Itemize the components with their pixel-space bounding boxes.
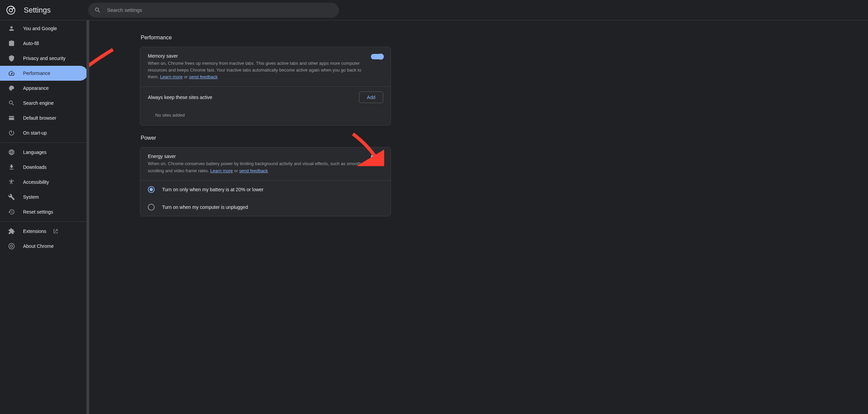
memory-saver-desc: When on, Chrome frees up memory from ina… bbox=[148, 60, 364, 80]
memory-saver-title: Memory saver bbox=[148, 53, 364, 59]
sidebar-item-default-browser[interactable]: Default browser bbox=[0, 111, 87, 125]
no-sites-text: No sites added bbox=[140, 108, 391, 125]
shield-icon bbox=[8, 55, 15, 62]
energy-saver-learn-more-link[interactable]: Learn more bbox=[210, 168, 233, 173]
radio-label: Turn on when my computer is unplugged bbox=[162, 204, 248, 210]
svg-point-2 bbox=[9, 243, 15, 249]
sidebar-item-performance[interactable]: Performance bbox=[0, 66, 87, 81]
accessibility-icon bbox=[8, 179, 15, 185]
sidebar-item-label: Accessibility bbox=[23, 179, 49, 185]
sidebar-item-label: Performance bbox=[23, 71, 50, 76]
sidebar-item-privacy[interactable]: Privacy and security bbox=[0, 51, 87, 66]
wrench-icon bbox=[8, 194, 15, 200]
person-icon bbox=[8, 25, 15, 32]
radio-icon bbox=[148, 186, 155, 193]
search-box[interactable] bbox=[88, 3, 339, 18]
sidebar-item-startup[interactable]: On start-up bbox=[0, 125, 87, 140]
add-site-button[interactable]: Add bbox=[359, 92, 383, 103]
radio-label: Turn on only when my battery is at 20% o… bbox=[162, 187, 263, 192]
sidebar-scrollbar[interactable] bbox=[86, 20, 89, 414]
energy-saver-desc: When on, Chrome conserves battery power … bbox=[148, 160, 364, 174]
sidebar-item-label: Languages bbox=[23, 150, 46, 155]
download-icon bbox=[8, 164, 15, 171]
puzzle-icon bbox=[8, 228, 15, 235]
sidebar-item-downloads[interactable]: Downloads bbox=[0, 160, 87, 175]
sidebar-item-label: Default browser bbox=[23, 115, 56, 121]
radio-icon bbox=[148, 204, 155, 211]
sidebar-item-label: System bbox=[23, 194, 39, 200]
search-icon bbox=[8, 100, 15, 106]
section-title-performance: Performance bbox=[141, 35, 391, 41]
search-input[interactable] bbox=[107, 7, 333, 13]
sidebar-item-label: Privacy and security bbox=[23, 56, 65, 61]
memory-saver-feedback-link[interactable]: send feedback bbox=[189, 74, 218, 79]
energy-saver-toggle[interactable] bbox=[371, 154, 383, 160]
power-icon bbox=[8, 130, 15, 136]
memory-saver-learn-more-link[interactable]: Learn more bbox=[160, 74, 182, 79]
window-icon bbox=[8, 115, 15, 121]
energy-saver-card: Energy saver When on, Chrome conserves b… bbox=[140, 147, 391, 216]
section-title-power: Power bbox=[141, 135, 391, 141]
sidebar-item-label: Reset settings bbox=[23, 209, 53, 215]
header: Settings bbox=[0, 0, 868, 20]
sidebar-item-system[interactable]: System bbox=[0, 190, 87, 204]
palette-icon bbox=[8, 85, 15, 92]
sidebar-item-label: About Chrome bbox=[23, 243, 54, 249]
sidebar-item-label: You and Google bbox=[23, 26, 57, 31]
content: Performance Memory saver When on, Chrome… bbox=[89, 20, 868, 414]
chrome-logo-icon bbox=[6, 5, 16, 15]
annotation-arrow-sidebar bbox=[89, 47, 116, 81]
memory-saver-toggle[interactable] bbox=[371, 54, 383, 59]
sidebar-item-reset[interactable]: Reset settings bbox=[0, 204, 87, 219]
sidebar-item-extensions[interactable]: Extensions bbox=[0, 224, 87, 239]
sidebar-item-label: Appearance bbox=[23, 85, 49, 91]
search-icon bbox=[94, 7, 101, 14]
sidebar-item-languages[interactable]: Languages bbox=[0, 145, 87, 160]
sidebar-item-accessibility[interactable]: Accessibility bbox=[0, 175, 87, 190]
memory-saver-card: Memory saver When on, Chrome frees up me… bbox=[140, 47, 391, 125]
sidebar-item-label: On start-up bbox=[23, 130, 47, 136]
chrome-icon bbox=[8, 243, 15, 250]
sidebar-item-label: Search engine bbox=[23, 100, 54, 106]
clipboard-icon bbox=[8, 40, 15, 47]
sidebar-item-appearance[interactable]: Appearance bbox=[0, 81, 87, 96]
energy-saver-feedback-link[interactable]: send feedback bbox=[239, 168, 268, 173]
external-link-icon bbox=[53, 229, 58, 234]
sidebar-item-label: Auto-fill bbox=[23, 41, 39, 46]
sidebar: You and GoogleAuto-fillPrivacy and secur… bbox=[0, 20, 89, 414]
sidebar-item-label: Downloads bbox=[23, 164, 46, 170]
sidebar-item-about[interactable]: About Chrome bbox=[0, 239, 87, 254]
page-title: Settings bbox=[24, 6, 51, 15]
sidebar-item-search-engine[interactable]: Search engine bbox=[0, 96, 87, 111]
sidebar-item-you-and-google[interactable]: You and Google bbox=[0, 21, 87, 36]
energy-saver-option-1[interactable]: Turn on when my computer is unplugged bbox=[140, 198, 391, 216]
sidebar-item-label: Extensions bbox=[23, 229, 46, 234]
energy-saver-title: Energy saver bbox=[148, 154, 364, 159]
sidebar-item-auto-fill[interactable]: Auto-fill bbox=[0, 36, 87, 51]
history-icon bbox=[8, 209, 15, 215]
speed-icon bbox=[8, 70, 15, 77]
globe-icon bbox=[8, 149, 15, 156]
always-active-label: Always keep these sites active bbox=[148, 95, 212, 100]
svg-point-3 bbox=[11, 245, 13, 248]
energy-saver-option-0[interactable]: Turn on only when my battery is at 20% o… bbox=[140, 181, 391, 198]
